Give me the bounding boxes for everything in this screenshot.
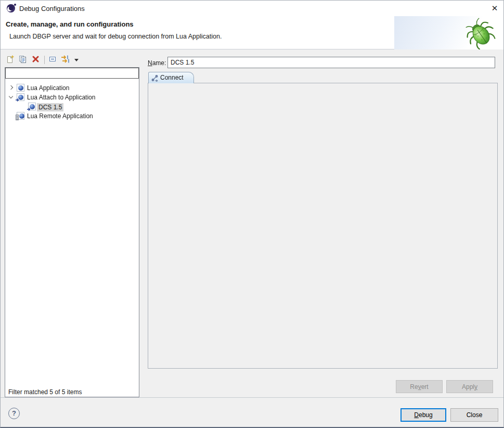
title-bar: Debug Configurations ✕ xyxy=(1,1,503,16)
footer-separator xyxy=(1,397,504,398)
help-button[interactable]: ? xyxy=(8,408,20,419)
lua-attach-icon xyxy=(28,103,36,110)
tree-item-label: Lua Application xyxy=(27,84,69,92)
debug-button[interactable]: Debug xyxy=(400,408,446,422)
tab-label: Connect xyxy=(160,74,184,81)
apply-button: Apply xyxy=(446,380,493,393)
tree-item-dcs-15[interactable]: DCS 1.5 xyxy=(5,102,139,111)
name-input[interactable] xyxy=(167,57,495,68)
tree-item-lua-application[interactable]: Lua Application xyxy=(5,83,139,93)
new-configuration-icon[interactable] xyxy=(6,55,17,65)
page-subtitle: Launch DBGP server and wait for debug co… xyxy=(9,33,222,40)
filter-menu-caret-icon[interactable] xyxy=(74,59,79,61)
tree-item-label: Lua Attach to Application xyxy=(27,94,95,101)
configurations-panel: Lua Application Lua Attach to Applicatio… xyxy=(5,67,139,397)
tree-item-lua-remote[interactable]: Lua Remote Application xyxy=(5,111,139,121)
lua-attach-icon xyxy=(17,93,24,101)
bug-image xyxy=(461,17,500,51)
close-button[interactable]: Close xyxy=(450,408,498,422)
ldt-logo-icon xyxy=(7,4,15,12)
chevron-down-icon[interactable] xyxy=(9,94,13,98)
chevron-right-icon[interactable] xyxy=(9,85,13,90)
page-title: Create, manage, and run configurations xyxy=(6,20,134,28)
delete-configuration-icon[interactable] xyxy=(31,55,43,65)
connect-tab-content xyxy=(148,83,498,369)
lua-remote-icon xyxy=(17,112,24,120)
toolbar-separator xyxy=(44,56,45,64)
lua-application-icon xyxy=(17,84,24,92)
tree-item-label: Lua Remote Application xyxy=(27,112,93,120)
header-banner: Create, manage, and run configurations L… xyxy=(1,16,503,49)
filter-input[interactable] xyxy=(5,68,139,79)
tab-connect[interactable]: Connect xyxy=(148,72,194,83)
connect-icon xyxy=(151,74,159,82)
close-icon[interactable]: ✕ xyxy=(487,2,502,15)
debug-configurations-dialog: Debug Configurations ✕ xyxy=(0,0,504,428)
filter-status-text: Filter matched 5 of 5 items xyxy=(8,388,82,396)
duplicate-configuration-icon[interactable] xyxy=(18,55,30,65)
collapse-all-icon[interactable] xyxy=(48,55,60,65)
tree-item-lua-attach[interactable]: Lua Attach to Application xyxy=(5,93,139,102)
name-label: Name: xyxy=(148,59,166,67)
filter-configurations-icon[interactable] xyxy=(60,55,72,65)
window-title: Debug Configurations xyxy=(19,5,85,12)
revert-button: Revert xyxy=(396,380,443,393)
tree-item-label-selected: DCS 1.5 xyxy=(37,103,63,111)
